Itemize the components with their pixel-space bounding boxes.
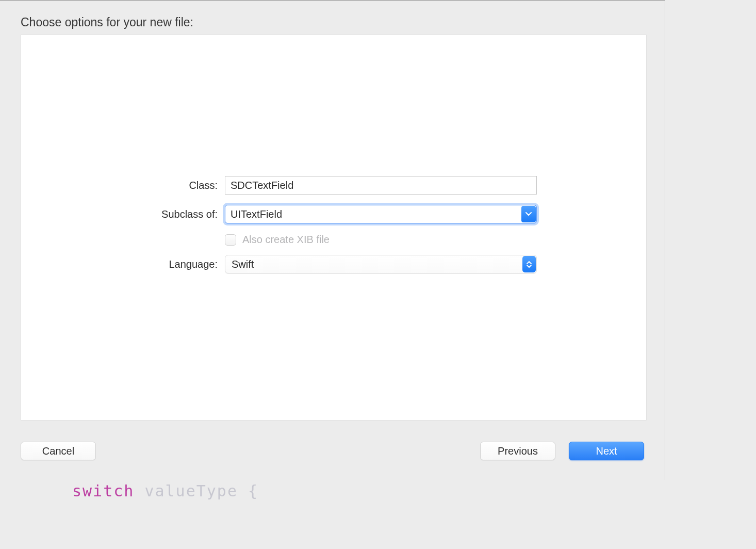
background-code-line: switch valueType { bbox=[72, 482, 258, 500]
previous-button[interactable]: Previous bbox=[480, 442, 555, 460]
cancel-button[interactable]: Cancel bbox=[21, 442, 96, 460]
class-label: Class: bbox=[135, 180, 225, 191]
form-panel: Class: Subclass of: Also create XIB file… bbox=[21, 35, 647, 421]
language-select-value[interactable]: Swift bbox=[225, 255, 537, 273]
subclass-input[interactable] bbox=[225, 205, 537, 223]
background-code-keyword: switch bbox=[72, 482, 134, 500]
next-button[interactable]: Next bbox=[569, 442, 644, 460]
new-file-options-dialog: Choose options for your new file: Class:… bbox=[0, 0, 665, 480]
class-row: Class: bbox=[135, 176, 537, 195]
subclass-label: Subclass of: bbox=[135, 208, 225, 220]
subclass-row: Subclass of: bbox=[135, 205, 537, 223]
language-label: Language: bbox=[135, 259, 225, 270]
subclass-combo[interactable] bbox=[225, 205, 537, 223]
xib-checkbox[interactable] bbox=[225, 234, 236, 246]
language-select[interactable]: Swift bbox=[225, 255, 537, 273]
chevron-down-icon[interactable] bbox=[521, 206, 536, 222]
language-row: Language: Swift bbox=[135, 255, 537, 273]
form: Class: Subclass of: Also create XIB file… bbox=[135, 176, 537, 284]
dialog-heading: Choose options for your new file: bbox=[21, 15, 193, 29]
class-input[interactable] bbox=[225, 176, 537, 195]
chevrons-updown-icon[interactable] bbox=[522, 256, 536, 272]
background-code-rest: valueType { bbox=[134, 482, 258, 500]
xib-row: Also create XIB file bbox=[225, 234, 537, 246]
nav-button-group: Previous Next bbox=[480, 442, 644, 460]
dialog-footer: Cancel Previous Next bbox=[21, 442, 644, 460]
xib-label: Also create XIB file bbox=[242, 234, 330, 246]
